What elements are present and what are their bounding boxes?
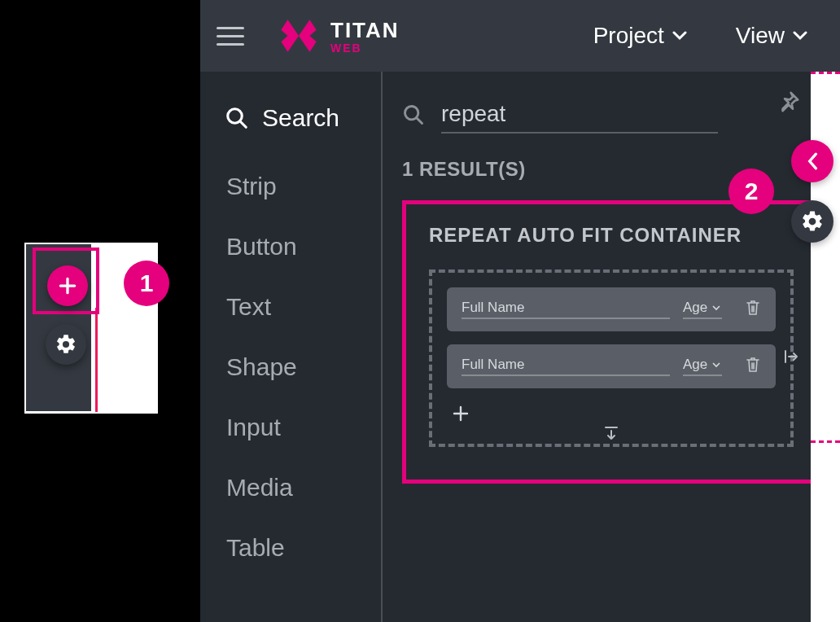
titan-logo-icon xyxy=(277,14,321,58)
menu-project[interactable]: Project xyxy=(593,23,687,49)
chevron-down-icon xyxy=(672,31,687,41)
menu-project-label: Project xyxy=(593,23,664,49)
chevron-down-icon xyxy=(793,31,807,41)
trash-icon xyxy=(745,299,761,317)
search-icon xyxy=(225,106,249,130)
pin-panel-button[interactable] xyxy=(777,90,801,114)
elements-panel: 1 RESULT(S) REPEAT AUTO FIT CONTAINER Fu… xyxy=(383,72,840,622)
field-fullname[interactable]: Full Name xyxy=(462,357,670,376)
arrow-expand-down-icon xyxy=(602,424,620,442)
brand-name: TITAN xyxy=(330,18,400,43)
add-element-button[interactable] xyxy=(47,265,88,306)
field-age-label: Age xyxy=(683,357,707,373)
menu-view[interactable]: View xyxy=(736,23,807,49)
search-icon xyxy=(402,103,425,126)
top-bar: TITAN WEB Project View xyxy=(200,0,840,72)
result-title: REPEAT AUTO FIT CONTAINER xyxy=(429,224,794,247)
collapse-panel-button[interactable] xyxy=(791,140,833,182)
delete-row-button[interactable] xyxy=(745,299,761,320)
element-search-input[interactable] xyxy=(441,96,718,134)
repeat-row: Full Name Age xyxy=(447,344,776,388)
sidebar-item-input[interactable]: Input xyxy=(200,397,381,458)
sidebar-search-label: Search xyxy=(262,104,339,132)
elements-sidebar: Search Strip Button Text Shape Input Med… xyxy=(200,72,383,622)
chevron-left-icon xyxy=(806,152,819,170)
plus-icon xyxy=(452,405,470,423)
app-window: TITAN WEB Project View Search Strip Butt… xyxy=(200,0,840,622)
hamburger-icon xyxy=(217,27,244,29)
sidebar-item-table[interactable]: Table xyxy=(200,518,381,578)
trash-icon xyxy=(745,356,761,374)
sidebar-item-button[interactable]: Button xyxy=(200,217,381,277)
chevron-down-icon xyxy=(712,305,720,311)
sidebar-item-text[interactable]: Text xyxy=(200,277,381,337)
mini-preview-guide-line xyxy=(95,308,98,412)
arrow-expand-right-icon xyxy=(782,348,800,366)
brand-subtitle: WEB xyxy=(330,42,400,55)
menu-toggle-button[interactable] xyxy=(217,20,249,52)
sidebar-item-media[interactable]: Media xyxy=(200,458,381,518)
menu-view-label: View xyxy=(736,23,785,49)
canvas-settings-button[interactable] xyxy=(791,200,833,243)
settings-button[interactable] xyxy=(46,324,86,365)
field-fullname[interactable]: Full Name xyxy=(462,300,670,319)
field-age-dropdown[interactable]: Age xyxy=(683,300,722,319)
brand-logo-block: TITAN WEB xyxy=(277,14,400,58)
pin-icon xyxy=(777,90,801,114)
repeat-row: Full Name Age xyxy=(447,287,776,331)
callout-badge-2: 2 xyxy=(728,169,774,214)
field-age-dropdown[interactable]: Age xyxy=(683,357,722,376)
sidebar-search[interactable]: Search xyxy=(200,104,381,156)
expand-right-button[interactable] xyxy=(782,348,800,369)
callout-badge-1: 1 xyxy=(124,261,169,306)
field-age-label: Age xyxy=(683,300,707,316)
sidebar-item-shape[interactable]: Shape xyxy=(200,337,381,397)
repeat-container-preview: Full Name Age Full Name xyxy=(429,269,794,447)
delete-row-button[interactable] xyxy=(745,356,761,377)
chevron-down-icon xyxy=(712,362,720,368)
plus-icon xyxy=(57,275,78,296)
gear-icon xyxy=(800,209,825,234)
expand-down-button[interactable] xyxy=(602,424,620,445)
gear-icon xyxy=(55,333,77,356)
sidebar-item-strip[interactable]: Strip xyxy=(200,156,381,217)
result-repeat-autofit-container[interactable]: REPEAT AUTO FIT CONTAINER Full Name Age xyxy=(402,200,820,484)
